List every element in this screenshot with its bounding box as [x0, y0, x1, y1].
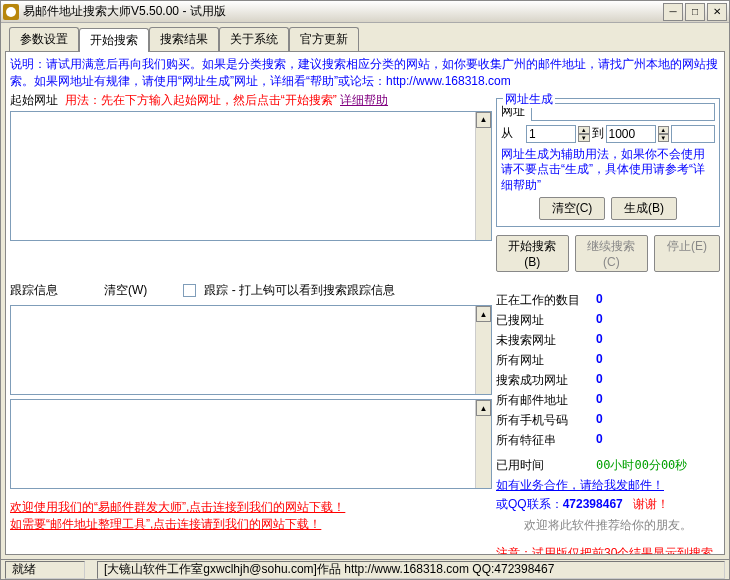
- scroll-up-icon[interactable]: ▲: [476, 400, 491, 416]
- tab-start-search[interactable]: 开始搜索: [79, 28, 149, 52]
- tab-update[interactable]: 官方更新: [289, 27, 359, 51]
- status-bar: 就绪 [大镜山软件工作室gxwclhjh@sohu.com]作品 http://…: [1, 559, 729, 579]
- url-generator-group: 网址生成 网址 从 ▲ ▼ 到: [496, 98, 720, 228]
- stat-value: 0: [596, 352, 603, 369]
- track-textarea-1[interactable]: ▲: [10, 305, 492, 395]
- scrollbar[interactable]: ▲: [475, 112, 491, 240]
- track-checkbox-label: 跟踪 - 打上钩可以看到搜索跟踪信息: [204, 282, 395, 299]
- qq-prefix: 或QQ联系：: [496, 497, 563, 511]
- stat-value: 0: [596, 312, 603, 329]
- to-spin-up-icon[interactable]: ▲: [658, 126, 670, 134]
- close-button[interactable]: ✕: [707, 3, 727, 21]
- to-input[interactable]: [606, 125, 656, 143]
- from-input[interactable]: [526, 125, 576, 143]
- stat-label: 所有手机号码: [496, 412, 596, 429]
- stat-label: 搜索成功网址: [496, 372, 596, 389]
- tab-bar: 参数设置 开始搜索 搜索结果 关于系统 官方更新: [1, 23, 729, 51]
- trial-notice: 注意：试用版仅把前30个结果显示到搜索结果中，注册版无此限制: [496, 546, 720, 555]
- tab-about[interactable]: 关于系统: [219, 27, 289, 51]
- scrollbar[interactable]: ▲: [475, 400, 491, 488]
- stat-value: 0: [596, 412, 603, 429]
- titlebar: 易邮件地址搜索大师V5.50.00 - 试用版 ─ □ ✕: [1, 1, 729, 23]
- stat-label: 所有特征串: [496, 432, 596, 449]
- qq-thanks: 谢谢！: [633, 497, 669, 511]
- business-link[interactable]: 如有业务合作，请给我发邮件！: [496, 478, 664, 492]
- qq-number: 472398467: [563, 497, 623, 511]
- promo-link-1[interactable]: 欢迎使用我们的“易邮件群发大师”,点击连接到我们的网站下载！: [10, 499, 492, 516]
- to-spin-down-icon[interactable]: ▼: [658, 134, 670, 142]
- continue-search-button[interactable]: 继续搜索(C): [575, 235, 648, 272]
- time-label: 已用时间: [496, 457, 596, 474]
- scroll-up-icon[interactable]: ▲: [476, 306, 491, 322]
- time-value: 00小时00分00秒: [596, 457, 687, 474]
- stat-label: 已搜网址: [496, 312, 596, 329]
- instructions-text: 说明：请试用满意后再向我们购买。如果是分类搜索，建议搜索相应分类的网站，如你要收…: [10, 56, 720, 90]
- start-url-label: 起始网址: [10, 92, 58, 109]
- start-url-textarea[interactable]: ▲: [10, 111, 492, 241]
- stat-value: 0: [596, 372, 603, 389]
- stats-panel: 正在工作的数目0 已搜网址0 未搜索网址0 所有网址0 搜索成功网址0 所有邮件…: [496, 292, 720, 449]
- to-label: 到: [592, 125, 604, 142]
- url-gen-help: 网址生成为辅助用法，如果你不会使用请不要点击“生成”，具体使用请参考“详细帮助”: [501, 147, 715, 194]
- stat-label: 正在工作的数目: [496, 292, 596, 309]
- clear-button[interactable]: 清空(C): [539, 197, 605, 220]
- app-icon: [3, 4, 19, 20]
- maximize-button[interactable]: □: [685, 3, 705, 21]
- tab-params[interactable]: 参数设置: [9, 27, 79, 51]
- from-spin-down-icon[interactable]: ▼: [578, 134, 590, 142]
- track-textarea-2[interactable]: ▲: [10, 399, 492, 489]
- window-title: 易邮件地址搜索大师V5.50.00 - 试用版: [23, 3, 663, 20]
- usage-hint: 用法：先在下方输入起始网址，然后点击“开始搜索”: [65, 92, 337, 109]
- url-gen-legend: 网址生成: [503, 91, 555, 108]
- scroll-up-icon[interactable]: ▲: [476, 112, 491, 128]
- stat-value: 0: [596, 392, 603, 409]
- minimize-button[interactable]: ─: [663, 3, 683, 21]
- from-label: 从: [501, 125, 524, 142]
- detailed-help-link[interactable]: 详细帮助: [340, 92, 388, 109]
- tab-results[interactable]: 搜索结果: [149, 27, 219, 51]
- generate-button[interactable]: 生成(B): [611, 197, 677, 220]
- stat-value: 0: [596, 432, 603, 449]
- start-search-button[interactable]: 开始搜索(B): [496, 235, 569, 272]
- stat-label: 所有邮件地址: [496, 392, 596, 409]
- track-label: 跟踪信息: [10, 282, 58, 299]
- status-ready: 就绪: [5, 561, 85, 579]
- stat-value: 0: [596, 292, 603, 309]
- from-spin-up-icon[interactable]: ▲: [578, 126, 590, 134]
- status-info: [大镜山软件工作室gxwclhjh@sohu.com]作品 http://www…: [97, 561, 725, 579]
- track-clear-link[interactable]: 清空(W): [104, 282, 147, 299]
- promo-link-2[interactable]: 如需要“邮件地址整理工具”,点击连接请到我们的网站下载！: [10, 516, 492, 533]
- stop-button[interactable]: 停止(E): [654, 235, 720, 272]
- stat-label: 所有网址: [496, 352, 596, 369]
- url-input[interactable]: [531, 103, 715, 121]
- suffix-input[interactable]: [671, 125, 715, 143]
- scrollbar[interactable]: ▲: [475, 306, 491, 394]
- stat-value: 0: [596, 332, 603, 349]
- track-checkbox[interactable]: [183, 284, 196, 297]
- recommend-text: 欢迎将此软件推荐给你的朋友。: [496, 517, 720, 534]
- stat-label: 未搜索网址: [496, 332, 596, 349]
